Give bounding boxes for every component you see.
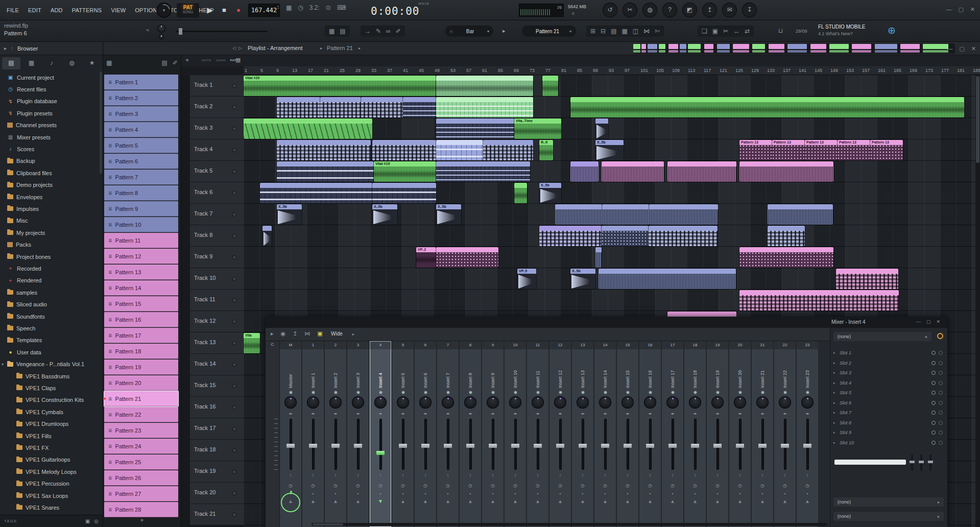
record-arm-button[interactable] (232, 448, 236, 452)
track-header-2[interactable]: Track 2 (190, 97, 244, 118)
mute-led[interactable] (424, 391, 427, 394)
playlist-clip[interactable] (836, 269, 898, 289)
pattern-mode-icon[interactable]: ▤ (340, 28, 345, 35)
mixer-strip-insert-4[interactable]: 4Insert 4◂▸↑◷•▼ (370, 341, 392, 527)
slot-enable-led[interactable] (931, 421, 936, 425)
mixer-link-icon[interactable]: ⋈ (304, 330, 310, 337)
snap-value[interactable]: Bar (456, 29, 484, 34)
effect-slot-7[interactable]: ▸Slot 7 (833, 408, 945, 417)
news-block[interactable]: FL STUDIO MOBILE 4.1 What's New? (818, 24, 865, 36)
playlist-clip[interactable] (768, 204, 833, 225)
effect-slot-4[interactable]: ▸Slot 4 (833, 378, 945, 388)
volume-fader[interactable] (312, 419, 315, 470)
volume-fader[interactable] (379, 419, 382, 470)
playlist-clip[interactable] (542, 76, 558, 96)
pattern-row-18[interactable]: ≣Pattern 18 (104, 344, 178, 359)
browser-item-templates[interactable]: Templates (0, 334, 100, 346)
pattern-row-13[interactable]: ≣Pattern 13 (104, 265, 178, 280)
browser-item-clipboard-files[interactable]: Clipboard files (0, 167, 100, 179)
mute-led[interactable] (604, 391, 607, 394)
pan-knob[interactable] (689, 396, 701, 409)
pan-knob[interactable] (352, 396, 364, 409)
browser-tab-favorites[interactable]: ★ (83, 57, 101, 69)
send-switch-icon[interactable]: ↑ (370, 473, 391, 478)
track-header-6[interactable]: Track 6 (190, 182, 244, 204)
route-dot[interactable]: • (752, 491, 773, 496)
route-arrow-icon[interactable]: ▲ (572, 498, 593, 504)
playlist-clip[interactable]: Pattern 13 (772, 140, 805, 160)
route-dot[interactable]: • (437, 491, 459, 496)
song-mode-label[interactable]: SONG (177, 10, 199, 14)
output-select-2[interactable]: (none)▸ (833, 512, 944, 521)
search-icon[interactable]: ◎ (94, 518, 99, 524)
cut-icon[interactable]: ✂ (623, 3, 637, 17)
pattern-row-1[interactable]: ≣Pattern 1 (104, 75, 178, 90)
track-header-3[interactable]: Track 3 (190, 118, 244, 139)
fader-handle[interactable] (354, 444, 362, 448)
playlist-clip[interactable]: Vital #20 (244, 76, 436, 96)
slot-mix-knob[interactable] (939, 391, 943, 395)
volume-fader[interactable] (447, 419, 449, 470)
globe-icon[interactable]: ⊕ (887, 26, 897, 36)
browser-item-envelopes[interactable]: Envelopes (0, 191, 100, 203)
slot-enable-led[interactable] (931, 381, 936, 385)
playlist-clip[interactable]: Pattern 13 (805, 140, 838, 160)
mute-led[interactable] (649, 391, 652, 394)
new-folder-icon[interactable]: ▣ (85, 518, 90, 524)
route-arrow-icon[interactable]: ▲ (437, 498, 459, 504)
help-icon[interactable]: ? (662, 3, 677, 17)
mute-led[interactable] (402, 391, 404, 394)
mute-led[interactable] (537, 391, 539, 394)
playlist-vertical-scrollbar[interactable] (975, 75, 980, 527)
slot-generator-value[interactable]: (none) (838, 334, 925, 339)
menu-add[interactable]: ADD (46, 7, 67, 13)
playlist-clip[interactable] (570, 161, 599, 182)
browser-item-project-bones[interactable]: Project bones (0, 251, 100, 262)
volume-fader[interactable] (537, 419, 539, 470)
playlist-clip[interactable] (260, 183, 372, 203)
mute-led[interactable] (559, 391, 562, 394)
pan-knob[interactable] (442, 396, 454, 409)
playlist-clip[interactable]: Vita (244, 333, 260, 353)
plugin-delay-clock-icon[interactable] (937, 333, 943, 339)
volume-fader[interactable] (357, 419, 360, 470)
route-dot[interactable]: • (505, 491, 526, 496)
browser-item-recorded[interactable]: +Recorded (0, 262, 100, 274)
mic-icon[interactable]: ◍ (642, 3, 657, 17)
scrollbar-handle[interactable] (313, 523, 343, 525)
route-arrow-icon[interactable]: ▲ (347, 498, 369, 504)
menu-view[interactable]: VIEW (106, 7, 130, 13)
track-header-11[interactable]: Track 11 (190, 290, 244, 311)
mixer-view-mode[interactable]: Wide (331, 331, 343, 337)
fader-handle[interactable] (331, 444, 340, 448)
mini-slider-handle[interactable] (928, 461, 933, 463)
mixer-record-icon[interactable]: ◉ (281, 330, 286, 337)
playlist-clip[interactable]: X..5b (570, 269, 595, 289)
mixer-io-icon[interactable]: ↥ (293, 330, 297, 337)
mute-led[interactable] (627, 391, 629, 394)
export-icon[interactable]: ↥ (702, 3, 717, 17)
pattern-selector[interactable]: Pattern 21 + (522, 26, 576, 37)
playlist-clip[interactable] (595, 247, 602, 268)
mixer-strip-insert-3[interactable]: 3Insert 3◂▸↑◷•▲ (347, 341, 369, 527)
record-arm-button[interactable] (232, 277, 236, 281)
pan-knob[interactable] (532, 396, 544, 409)
slot-generator-select[interactable]: (none) ▸ (833, 332, 931, 341)
playlist-clip[interactable] (436, 140, 483, 160)
route-arrow-icon[interactable]: ▲ (302, 498, 324, 504)
browser-item-my-projects[interactable]: My projects (0, 227, 100, 238)
record-arm-button[interactable] (232, 212, 236, 217)
playlist-clip[interactable]: X..5b (436, 204, 461, 225)
message-icon[interactable]: ✉ (722, 3, 737, 17)
route-arrow-icon[interactable]: ▲ (325, 498, 346, 504)
browser-item-rendered[interactable]: +Rendered (0, 275, 100, 286)
pattern-row-21[interactable]: ▶≣Pattern 21 (104, 391, 178, 406)
playlist-clip[interactable]: X..5b (277, 204, 302, 225)
dry-wet-mini-slider-3[interactable] (929, 454, 931, 471)
playlist-clip[interactable]: Pattern 13 (870, 140, 903, 160)
slot-enable-led[interactable] (931, 371, 936, 375)
record-arm-button[interactable] (232, 405, 236, 410)
draw-tool-icon[interactable]: ✎ (376, 28, 381, 35)
mixer-strip-insert-18[interactable]: 18Insert 18◂▸↑◷•▲ (684, 341, 706, 527)
fader-handle[interactable] (758, 444, 767, 448)
